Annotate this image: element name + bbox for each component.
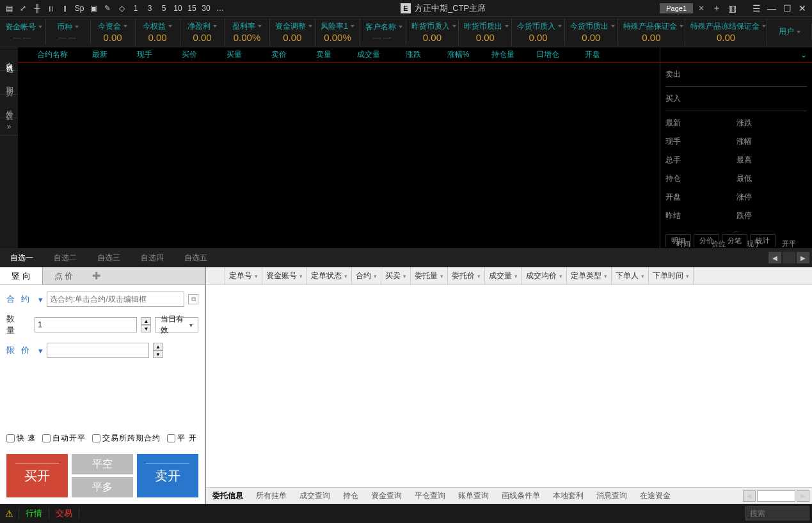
- contract-input[interactable]: [47, 292, 184, 307]
- tf-3[interactable]: 3: [143, 2, 156, 15]
- order-col[interactable]: 下单人: [612, 267, 649, 285]
- order-tab[interactable]: 委托信息: [206, 490, 250, 501]
- sp-icon[interactable]: Sp: [73, 2, 86, 15]
- buy-open-button[interactable]: 买开: [6, 454, 68, 497]
- etab-vertical[interactable]: 竖 向: [0, 267, 43, 285]
- add-page-icon[interactable]: ＋: [710, 1, 724, 15]
- edit-icon[interactable]: ✎: [101, 2, 114, 15]
- order-col[interactable]: 定单类型: [567, 267, 612, 285]
- sell-open-button[interactable]: 卖开: [137, 454, 198, 497]
- otab-left-icon[interactable]: ◀: [743, 490, 756, 502]
- stat-item[interactable]: 用户: [767, 24, 812, 40]
- maximize-icon[interactable]: ☐: [780, 1, 794, 15]
- chk-fast[interactable]: 快 速: [6, 433, 36, 444]
- page-tab[interactable]: Page1: [660, 3, 693, 13]
- order-tab[interactable]: 资金查询: [365, 490, 408, 501]
- order-col[interactable]: 合约: [352, 267, 381, 285]
- order-tab[interactable]: 在途资金: [633, 490, 677, 501]
- tf-5[interactable]: 5: [157, 2, 170, 15]
- close-short-button[interactable]: 平空: [72, 454, 133, 474]
- tf-1[interactable]: 1: [129, 2, 142, 15]
- status-quote[interactable]: 行情: [19, 508, 49, 519]
- qtab-tick[interactable]: 分笔: [722, 234, 747, 247]
- qtab-detail[interactable]: 明细: [665, 234, 691, 247]
- layout-icon[interactable]: ▥: [725, 1, 739, 15]
- contract-pick-icon[interactable]: ⧉: [188, 294, 198, 304]
- status-trade[interactable]: 交易: [49, 508, 79, 519]
- wtab-3[interactable]: 自选三: [87, 253, 131, 263]
- order-col[interactable]: 定单状态: [307, 267, 352, 285]
- order-col[interactable]: 成交量: [485, 267, 522, 285]
- tf-more[interactable]: …: [214, 2, 227, 15]
- minimize-icon[interactable]: —: [765, 1, 779, 15]
- chk-po[interactable]: 平 开: [167, 433, 196, 444]
- grid-col[interactable]: 卖价: [266, 49, 292, 60]
- grid-col[interactable]: 卖量: [311, 49, 337, 60]
- side-tab-watchlist[interactable]: 自选: [0, 47, 18, 71]
- grid-col[interactable]: 持仓量: [490, 49, 516, 60]
- qty-up-icon[interactable]: ▲: [141, 317, 151, 325]
- tf-15[interactable]: 15: [186, 2, 198, 15]
- search-input[interactable]: [745, 506, 809, 520]
- wtab-left-icon[interactable]: ◀: [768, 252, 781, 263]
- side-tab-futures[interactable]: 期货: [0, 71, 18, 95]
- tf-30[interactable]: 30: [200, 2, 212, 15]
- stat-item[interactable]: 客户名称——: [360, 19, 406, 45]
- grid-col[interactable]: 开盘: [580, 49, 605, 60]
- stat-item[interactable]: 盈利率0.00%: [225, 19, 270, 45]
- order-col[interactable]: 资金账号: [262, 267, 307, 285]
- stat-item[interactable]: 今资金0.00: [91, 19, 136, 45]
- grid-col[interactable]: 日增仓: [535, 49, 561, 60]
- order-tab[interactable]: 本地套利: [546, 490, 590, 501]
- wtab-4[interactable]: 自选四: [131, 253, 174, 263]
- order-tab[interactable]: 画线条件单: [495, 490, 546, 501]
- stat-item[interactable]: 昨货币质出0.00: [459, 19, 512, 45]
- grid-col[interactable]: 买价: [177, 49, 202, 60]
- wtab-right-icon[interactable]: ▶: [797, 252, 809, 263]
- stat-item[interactable]: 昨货币质入0.00: [406, 19, 459, 45]
- qtab-price[interactable]: 分价: [694, 234, 719, 247]
- grid-col[interactable]: 成交量: [356, 49, 381, 60]
- etab-price[interactable]: 点 价: [43, 267, 85, 285]
- grid-col[interactable]: 合约名称: [37, 49, 68, 60]
- crosshair-icon[interactable]: ▣: [87, 2, 100, 15]
- stat-item[interactable]: 今货币质入0.00: [512, 19, 565, 45]
- qty-down-icon[interactable]: ▼: [141, 325, 151, 332]
- order-tab[interactable]: 成交查询: [293, 490, 337, 501]
- qtab-stats[interactable]: 统计: [750, 234, 776, 247]
- chevron-down-icon[interactable]: ⌄: [800, 51, 807, 59]
- price-up-icon[interactable]: ▲: [153, 343, 163, 350]
- chk-auto[interactable]: 自动开平: [42, 433, 86, 444]
- stat-item[interactable]: 特殊产品冻结保证金0.00: [685, 19, 767, 45]
- stat-item[interactable]: 资金调整0.00: [270, 19, 316, 45]
- wtab-5[interactable]: 自选五: [174, 253, 218, 263]
- order-col[interactable]: 定单号: [225, 267, 262, 285]
- grid-col[interactable]: 现手: [132, 49, 157, 60]
- chart-line-icon[interactable]: ⤢: [17, 2, 29, 15]
- grid-col[interactable]: 涨幅%: [445, 49, 471, 60]
- wtab-2[interactable]: 自选二: [44, 253, 87, 263]
- order-col[interactable]: 下单时间: [649, 267, 694, 285]
- validity-select[interactable]: 当日有效: [155, 317, 198, 332]
- stat-item[interactable]: 今权益0.00: [136, 19, 180, 45]
- tick-icon[interactable]: ⫿: [59, 2, 72, 15]
- order-tab[interactable]: 持仓: [337, 490, 365, 501]
- wtab-1[interactable]: 自选一: [0, 253, 44, 263]
- grid-col[interactable]: 涨跌: [401, 49, 426, 60]
- price-down-icon[interactable]: ▼: [153, 350, 163, 358]
- order-col[interactable]: 委托价: [448, 267, 485, 285]
- chk-cross[interactable]: 交易所跨期合约: [92, 433, 161, 444]
- order-col[interactable]: 委托量: [411, 267, 448, 285]
- otab-right-icon[interactable]: ▶: [797, 490, 809, 502]
- bars-icon[interactable]: ⫼: [45, 2, 58, 15]
- menu-icon[interactable]: ☰: [749, 1, 763, 15]
- etab-add-icon[interactable]: ✚: [84, 267, 108, 285]
- price-input[interactable]: [47, 343, 149, 358]
- close-page-icon[interactable]: ✕: [694, 3, 708, 14]
- side-tab-more[interactable]: »: [0, 118, 18, 136]
- erase-icon[interactable]: ◇: [115, 2, 128, 15]
- wtab-mid[interactable]: [783, 252, 795, 263]
- stat-item[interactable]: 资金帐号——: [0, 19, 46, 45]
- order-tab[interactable]: 消息查询: [590, 490, 633, 501]
- order-tab[interactable]: 平仓查询: [408, 490, 452, 501]
